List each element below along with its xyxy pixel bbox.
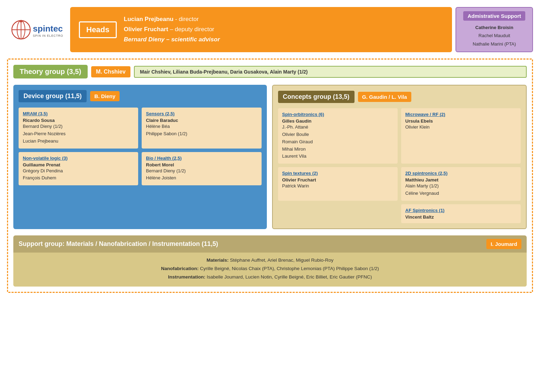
mram-members: Bernard Dieny (1/2)Jean-Pierre NozièresL… <box>23 123 134 145</box>
spintec-logo: spintec SPIN IN ELECTRONICS <box>11 18 63 42</box>
device-group: Device group (11,5) B. Dieny MRAM (3,5) … <box>13 85 267 229</box>
heads-section: Heads Lucian Prejbeanu - director Olivie… <box>70 7 452 52</box>
microwave-members: Olivier Klein <box>405 124 517 131</box>
svg-text:SPIN IN ELECTRONICS: SPIN IN ELECTRONICS <box>33 34 63 37</box>
logo-area: spintec SPIN IN ELECTRONICS <box>7 7 67 52</box>
groups-row: Device group (11,5) B. Dieny MRAM (3,5) … <box>13 85 527 229</box>
spinorbitronics-box: Spin-orbitronics (6) Gilles Gaudin J.-Ph… <box>278 108 398 164</box>
biohealth-leader: Robert Morel <box>146 162 257 167</box>
microwave-leader: Ursula Ebels <box>405 118 517 124</box>
sensors-box: Sensors (2,5) Claire Baraduc Hélène BéaP… <box>142 108 261 148</box>
support-line-materials: Materials: Stéphane Auffret, Ariel Brena… <box>20 256 520 264</box>
theory-group-label: Theory group (3,5) <box>13 65 88 78</box>
spintextures-leader: Olivier Fruchart <box>282 177 393 183</box>
biohealth-box: Bio / Health (2,5) Robert Morel Bernard … <box>142 152 261 186</box>
sensors-leader: Claire Baraduc <box>146 118 257 123</box>
2dspintronics-title: 2D spintronics (2,5) <box>405 171 517 176</box>
sensors-title: Sensors (2,5) <box>146 111 257 116</box>
mram-leader: Ricardo Sousa <box>23 118 134 123</box>
nvlogic-leader: Guillaume Prenat <box>23 162 134 167</box>
theory-row: Theory group (3,5) M. Chshiev Mair Chshi… <box>13 65 527 78</box>
svg-text:spintec: spintec <box>33 23 63 33</box>
biohealth-members: Bernard Dieny (1/2)Hélène Joisten <box>146 167 257 182</box>
2dspintronics-leader: Matthieu Jamet <box>405 177 517 183</box>
admin-title: Admistrative Support <box>463 11 525 21</box>
spinorbitronics-title: Spin-orbitronics (6) <box>282 112 393 117</box>
admin-person3: Nathalie Marini (PTA) <box>473 40 516 48</box>
mram-title: MRAM (3,5) <box>23 111 134 116</box>
device-group-header: Device group (11,5) B. Dieny <box>19 90 262 102</box>
microwave-box: Microwave / RF (2) Ursula Ebels Olivier … <box>401 108 521 164</box>
support-line-nanofab: Nanofabrication: Cyrille Beigné, Nicolas… <box>20 264 520 273</box>
afspintronics-title: AF Spintronics (1) <box>405 208 517 213</box>
spintextures-box: Spin textures (2) Olivier Fruchart Patri… <box>278 167 398 201</box>
heads-text: Lucian Prejbeanu - director Olivier Fruc… <box>124 14 220 45</box>
support-line-instrumentation: Instrumentation: Isabelle Joumard, Lucie… <box>20 273 520 281</box>
instrumentation-label: Instrumentation: <box>168 274 205 280</box>
device-subgroups: MRAM (3,5) Ricardo Sousa Bernard Dieny (… <box>19 108 262 185</box>
nvlogic-members: Grégory Di PendinaFrançois Duhem <box>23 167 134 182</box>
support-content: Materials: Stéphane Auffret, Ariel Brena… <box>13 253 527 287</box>
deputy-name: Olivier Fruchart <box>124 26 168 33</box>
nanofab-label: Nanofabrication: <box>161 266 198 271</box>
afspintronics-box: AF Spintronics (1) Vincent Baltz <box>401 204 521 223</box>
support-header: Support group: Materials / Nanofabricati… <box>13 235 527 253</box>
nanofab-text: Cyrille Beigné, Nicolas Chaix (PTA), Chr… <box>200 266 379 271</box>
heads-label: Heads <box>79 21 117 38</box>
concepts-group: Concepts group (13,5) G. Gaudin / L. Vil… <box>272 85 527 229</box>
materials-label: Materials: <box>207 257 229 263</box>
director-name: Lucian Prejbeanu <box>124 16 174 22</box>
theory-members-text: Mair Chshiev, Liliana Buda-Prejbeanu, Da… <box>140 69 308 75</box>
theory-members: Mair Chshiev, Liliana Buda-Prejbeanu, Da… <box>134 66 527 78</box>
concepts-group-head: G. Gaudin / L. Vila <box>358 92 411 102</box>
spinorbitronics-leader: Gilles Gaudin <box>282 118 393 124</box>
device-group-head: B. Dieny <box>90 91 120 101</box>
deputy-role: – deputy director <box>168 26 214 33</box>
microwave-title: Microwave / RF (2) <box>405 112 517 117</box>
spinorbitronics-members: J.-Ph. AttanéOlivier BoulleRomain Giraud… <box>282 124 393 160</box>
advisor-name: Bernard Dieny <box>124 36 164 43</box>
device-group-title: Device group (11,5) <box>19 90 87 102</box>
spintextures-members: Patrick Warin <box>282 183 393 190</box>
header: spintec SPIN IN ELECTRONICS Heads Lucian… <box>4 4 536 56</box>
theory-head: M. Chshiev <box>91 66 130 77</box>
director-role: - director <box>174 16 199 22</box>
admin-person1: Catherine Broisin <box>473 23 516 32</box>
biohealth-title: Bio / Health (2,5) <box>146 156 257 161</box>
mram-box: MRAM (3,5) Ricardo Sousa Bernard Dieny (… <box>19 108 138 148</box>
concepts-subgroups: Spin-orbitronics (6) Gilles Gaudin J.-Ph… <box>278 108 521 223</box>
admin-support-box: Admistrative Support Catherine Broisin R… <box>455 7 533 52</box>
concepts-group-header: Concepts group (13,5) G. Gaudin / L. Vil… <box>278 91 521 103</box>
support-group: Support group: Materials / Nanofabricati… <box>13 235 527 287</box>
afspintronics-leader: Vincent Baltz <box>405 214 517 220</box>
concepts-group-title: Concepts group (13,5) <box>278 91 355 103</box>
support-title: Support group: Materials / Nanofabricati… <box>19 240 483 248</box>
nvlogic-box: Non-volatile logic (3) Guillaume Prenat … <box>19 152 138 186</box>
advisor-role: – scientific advisor <box>164 36 220 43</box>
support-head: I. Joumard <box>486 239 521 249</box>
2dspintronics-box: 2D spintronics (2,5) Matthieu Jamet Alai… <box>401 167 521 201</box>
2dspintronics-members: Alain Marty (1/2)Céline Vergnaud <box>405 183 517 197</box>
materials-text: Stéphane Auffret, Ariel Brenac, Miguel R… <box>230 257 333 263</box>
spintextures-title: Spin textures (2) <box>282 171 393 176</box>
admin-text: Catherine Broisin Rachel Mauduit Nathali… <box>473 23 516 48</box>
instrumentation-text: Isabelle Joumard, Lucien Notin, Cyrille … <box>207 274 372 280</box>
admin-person2: Rachel Mauduit <box>473 32 516 40</box>
sensors-members: Hélène BéaPhilippe Sabon (1/2) <box>146 123 257 138</box>
main-content: Theory group (3,5) M. Chshiev Mair Chshi… <box>7 59 533 293</box>
nvlogic-title: Non-volatile logic (3) <box>23 156 134 161</box>
